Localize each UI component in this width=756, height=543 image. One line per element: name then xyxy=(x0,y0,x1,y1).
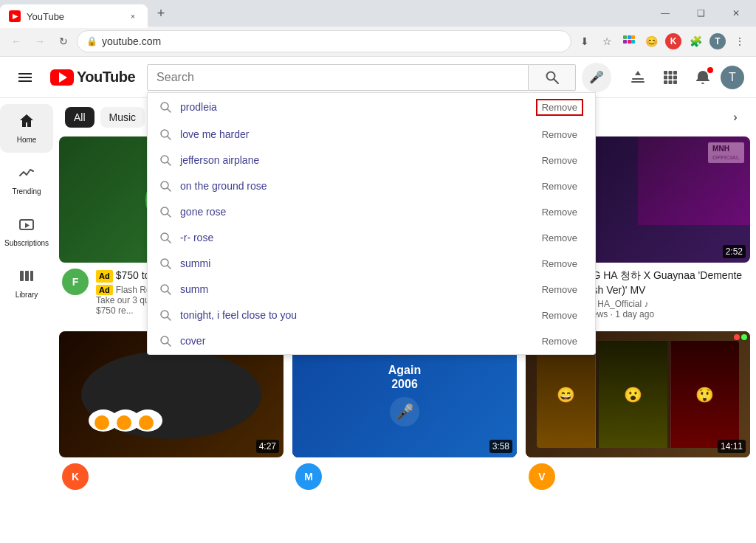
video-meta-variety xyxy=(563,463,747,490)
video-info-eggs: K xyxy=(59,457,284,493)
video-duration-variety: 14:11 xyxy=(718,440,746,453)
svg-rect-3 xyxy=(623,40,627,44)
search-input[interactable] xyxy=(148,71,528,84)
search-button[interactable] xyxy=(529,64,576,91)
suggestion-text-cover: cover xyxy=(180,335,536,347)
suggestion-text-tonight: tonight, i feel close to you xyxy=(180,309,536,321)
svg-rect-35 xyxy=(673,71,677,75)
sidebar-item-home[interactable]: Home xyxy=(0,104,53,153)
svg-line-20 xyxy=(168,214,171,218)
download-icon[interactable]: ⬇ xyxy=(574,31,595,52)
notifications-button[interactable] xyxy=(688,63,718,92)
search-suggestion-prodleia[interactable]: prodleia Remove xyxy=(148,92,595,122)
puzzle-icon[interactable]: 🧩 xyxy=(685,31,706,52)
remove-button-on-the-ground-rose[interactable]: Remove xyxy=(536,179,583,193)
subscriptions-icon xyxy=(18,216,35,236)
svg-rect-4 xyxy=(628,40,631,44)
back-button[interactable]: ← xyxy=(6,31,27,52)
sidebar-item-trending[interactable]: Trending xyxy=(0,156,53,204)
video-info-again: M xyxy=(292,457,517,493)
svg-line-28 xyxy=(168,317,171,321)
search-suggestion-on-the-ground-rose[interactable]: on the ground rose Remove xyxy=(148,173,595,199)
remove-button-summ[interactable]: Remove xyxy=(536,283,583,297)
profile-t-icon[interactable]: T xyxy=(707,31,728,52)
play-triangle xyxy=(59,72,67,83)
emoji-icon[interactable]: 😊 xyxy=(641,31,662,52)
search-box xyxy=(147,64,529,91)
search-suggestion-summi[interactable]: summi Remove xyxy=(148,251,595,277)
user-avatar[interactable]: T xyxy=(721,66,744,89)
video-card-again[interactable]: Again2006 Mnet 🎤 3:58 M xyxy=(292,331,517,493)
filter-chip-music[interactable]: Music xyxy=(100,107,145,128)
tab-close-button[interactable]: × xyxy=(127,10,139,22)
video-card-variety[interactable]: 😄 😮 😲 출장심오아 xyxy=(526,331,750,493)
subscriptions-label: Subscriptions xyxy=(4,239,49,247)
address-bar[interactable]: 🔒 youtube.com xyxy=(77,30,571,52)
hamburger-menu-button[interactable] xyxy=(12,64,38,91)
svg-rect-36 xyxy=(664,75,667,79)
youtube-logo[interactable]: YouTube xyxy=(50,69,135,86)
svg-line-10 xyxy=(554,79,558,83)
extensions-grid-icon[interactable] xyxy=(619,31,639,52)
address-text: youtube.com xyxy=(102,35,562,47)
video-card-eggs[interactable]: 4:27 K xyxy=(59,331,284,493)
video-duration-eggs: 4:27 xyxy=(256,440,279,453)
reload-button[interactable]: ↻ xyxy=(53,31,74,52)
tab-title: YouTube xyxy=(27,11,121,22)
minimize-button[interactable]: — xyxy=(648,1,682,25)
svg-rect-33 xyxy=(664,71,667,75)
search-suggestion-cover[interactable]: cover Remove xyxy=(148,328,595,354)
maximize-button[interactable]: ❑ xyxy=(684,1,718,25)
video-meta-eggs xyxy=(96,463,281,490)
video-meta-again xyxy=(329,463,514,490)
svg-rect-8 xyxy=(18,80,32,82)
suggestion-text-gone-rose: gone rose xyxy=(180,206,536,218)
lock-icon: 🔒 xyxy=(86,36,97,46)
menu-icon[interactable]: ⋮ xyxy=(729,31,750,52)
suggestion-text-r-rose: -r- rose xyxy=(180,232,536,243)
search-dropdown: prodleia Remove love me harder Remove je… xyxy=(147,92,596,355)
forward-button[interactable]: → xyxy=(30,31,50,52)
remove-button-tonight[interactable]: Remove xyxy=(536,308,583,322)
filter-chip-all[interactable]: All xyxy=(65,107,94,128)
remove-button-cover[interactable]: Remove xyxy=(536,334,583,348)
upload-button[interactable] xyxy=(623,63,653,92)
video-duration-chungha: 2:52 xyxy=(723,245,746,258)
svg-line-24 xyxy=(168,266,171,269)
svg-rect-39 xyxy=(664,80,667,84)
close-button[interactable]: ✕ xyxy=(719,1,753,25)
search-suggestion-love-me-harder[interactable]: love me harder Remove xyxy=(148,122,595,148)
channel-avatar-variety: V xyxy=(529,463,555,490)
svg-rect-31 xyxy=(632,78,644,80)
svg-rect-37 xyxy=(669,75,673,79)
search-suggestion-gone-rose[interactable]: gone rose Remove xyxy=(148,199,595,225)
youtube-logo-text: YouTube xyxy=(77,69,135,86)
remove-button-prodleia[interactable]: Remove xyxy=(536,99,583,116)
search-suggestion-summ[interactable]: summ Remove xyxy=(148,277,595,302)
filter-next-button[interactable]: › xyxy=(726,108,744,126)
sidebar: Home Trending Subscriptions Library xyxy=(0,98,53,543)
suggestion-text-on-the-ground-rose: on the ground rose xyxy=(180,180,536,192)
video-info-variety: V xyxy=(526,457,750,493)
svg-rect-45 xyxy=(30,271,33,281)
apps-button[interactable] xyxy=(656,63,685,92)
search-suggestion-jefferson-airplane[interactable]: jefferson airplane Remove xyxy=(148,148,595,173)
active-tab[interactable]: ▶ YouTube × xyxy=(0,4,148,28)
remove-button-jefferson-airplane[interactable]: Remove xyxy=(536,153,583,167)
channel-avatar-again: M xyxy=(295,463,322,490)
remove-button-gone-rose[interactable]: Remove xyxy=(536,205,583,219)
channel-avatar-eggs: K xyxy=(62,463,89,490)
svg-line-30 xyxy=(168,343,171,347)
profile-k-icon[interactable]: K xyxy=(663,31,684,52)
mic-button[interactable]: 🎤 xyxy=(582,63,611,92)
remove-button-r-rose[interactable]: Remove xyxy=(536,231,583,245)
new-tab-button[interactable]: + xyxy=(151,3,171,24)
remove-button-love-me-harder[interactable]: Remove xyxy=(536,128,583,142)
library-label: Library xyxy=(16,291,38,299)
sidebar-item-subscriptions[interactable]: Subscriptions xyxy=(0,207,53,256)
search-suggestion-tonight[interactable]: tonight, i feel close to you Remove xyxy=(148,302,595,328)
sidebar-item-library[interactable]: Library xyxy=(0,259,53,308)
remove-button-summi[interactable]: Remove xyxy=(536,257,583,271)
search-suggestion-r-rose[interactable]: -r- rose Remove xyxy=(148,225,595,251)
bookmark-icon[interactable]: ☆ xyxy=(597,31,617,52)
